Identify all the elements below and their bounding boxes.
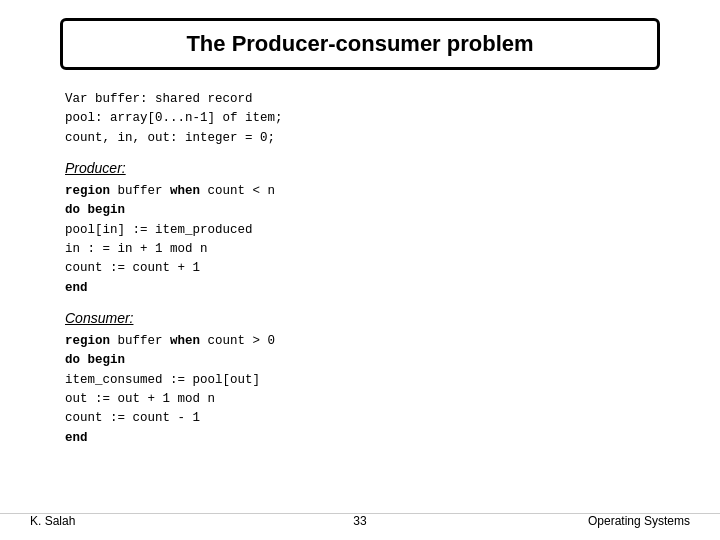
var-block: Var buffer: shared record pool: array[0.…: [65, 90, 655, 148]
producer-code: region buffer when count < n do begin po…: [65, 182, 655, 298]
var-code: Var buffer: shared record pool: array[0.…: [65, 90, 655, 148]
producer-label: Producer:: [65, 158, 655, 180]
producer-line-2: do begin: [65, 203, 125, 217]
footer: K. Salah 33 Operating Systems: [0, 513, 720, 528]
footer-right: Operating Systems: [470, 514, 690, 528]
slide-container: The Producer-consumer problem Var buffer…: [0, 0, 720, 540]
producer-line-4: in : = in + 1 mod n: [65, 242, 208, 256]
producer-line-3: pool[in] := item_produced: [65, 223, 253, 237]
consumer-line-6: end: [65, 431, 88, 445]
title-box: The Producer-consumer problem: [60, 18, 660, 70]
consumer-label: Consumer:: [65, 308, 655, 330]
consumer-line-1: region buffer when count > 0: [65, 334, 275, 348]
consumer-line-2: do begin: [65, 353, 125, 367]
consumer-code: region buffer when count > 0 do begin it…: [65, 332, 655, 448]
producer-line-1: region buffer when count < n: [65, 184, 275, 198]
footer-center: 33: [250, 514, 470, 528]
var-line2: pool: array[0...n-1] of item;: [65, 111, 283, 125]
slide-title: The Producer-consumer problem: [186, 31, 533, 56]
consumer-line-5: count := count - 1: [65, 411, 200, 425]
var-line3: count, in, out: integer = 0;: [65, 131, 275, 145]
footer-left: K. Salah: [30, 514, 250, 528]
var-line1: Var buffer: shared record: [65, 92, 253, 106]
producer-line-6: end: [65, 281, 88, 295]
consumer-line-3: item_consumed := pool[out]: [65, 373, 260, 387]
consumer-line-4: out := out + 1 mod n: [65, 392, 215, 406]
content-area: Var buffer: shared record pool: array[0.…: [65, 90, 655, 458]
producer-line-5: count := count + 1: [65, 261, 200, 275]
